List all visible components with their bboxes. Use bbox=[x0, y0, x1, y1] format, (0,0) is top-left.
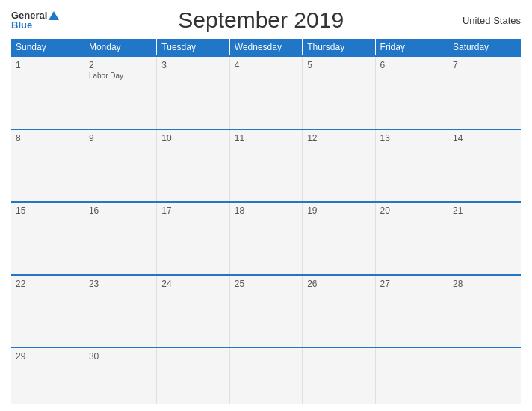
logo-triangle-icon bbox=[49, 11, 59, 20]
day-cell: 12 bbox=[303, 129, 375, 203]
header-thursday: Thursday bbox=[303, 39, 375, 56]
day-cell: 1 bbox=[11, 56, 84, 129]
day-cell: 7 bbox=[448, 56, 521, 129]
week-row-4: 22232425262728 bbox=[11, 275, 521, 348]
day-cell: 25 bbox=[229, 275, 302, 348]
week-row-2: 891011121314 bbox=[11, 129, 521, 203]
day-cell: 13 bbox=[375, 129, 448, 203]
day-cell: 26 bbox=[303, 275, 375, 348]
calendar-header: General Blue September 2019 United State… bbox=[11, 7, 521, 33]
day-cell: 14 bbox=[448, 129, 521, 203]
day-cell: 21 bbox=[448, 202, 521, 275]
day-cell: 20 bbox=[375, 202, 448, 275]
day-number: 18 bbox=[235, 206, 297, 216]
day-number: 29 bbox=[16, 351, 79, 362]
day-cell bbox=[375, 347, 448, 404]
header-friday: Friday bbox=[375, 39, 448, 56]
day-number: 24 bbox=[161, 279, 224, 289]
day-cell: 28 bbox=[448, 275, 521, 348]
day-number: 6 bbox=[380, 60, 443, 70]
day-cell: 15 bbox=[11, 202, 84, 275]
day-cell: 19 bbox=[303, 202, 375, 275]
day-number: 25 bbox=[235, 279, 297, 289]
calendar-container: General Blue September 2019 United State… bbox=[0, 0, 532, 411]
day-number: 30 bbox=[89, 351, 152, 362]
day-cell: 18 bbox=[229, 202, 302, 275]
day-cell: 6 bbox=[375, 56, 448, 129]
holiday-label: Labor Day bbox=[89, 72, 152, 80]
day-cell bbox=[157, 347, 229, 404]
day-number: 2 bbox=[89, 60, 152, 70]
day-cell: 8 bbox=[11, 129, 84, 203]
day-number: 16 bbox=[89, 206, 152, 216]
day-cell: 29 bbox=[11, 347, 84, 404]
day-cell: 9 bbox=[84, 129, 156, 203]
day-cell: 23 bbox=[84, 275, 156, 348]
week-row-3: 15161718192021 bbox=[11, 202, 521, 275]
day-cell: 10 bbox=[157, 129, 229, 203]
day-number: 26 bbox=[307, 279, 370, 289]
day-cell: 30 bbox=[84, 347, 156, 404]
logo: General Blue bbox=[11, 10, 59, 30]
day-cell: 4 bbox=[229, 56, 302, 129]
day-cell: 17 bbox=[157, 202, 229, 275]
day-number: 5 bbox=[307, 60, 370, 70]
day-number: 21 bbox=[453, 206, 516, 216]
calendar-title: September 2019 bbox=[59, 7, 463, 33]
header-monday: Monday bbox=[84, 39, 156, 56]
day-number: 19 bbox=[307, 206, 370, 216]
header-sunday: Sunday bbox=[11, 39, 84, 56]
week-row-1: 12Labor Day34567 bbox=[11, 56, 521, 129]
day-number: 9 bbox=[89, 133, 152, 143]
day-number: 17 bbox=[161, 206, 224, 216]
day-cell: 11 bbox=[229, 129, 302, 203]
day-number: 15 bbox=[16, 206, 79, 216]
calendar-table: Sunday Monday Tuesday Wednesday Thursday… bbox=[11, 39, 521, 404]
day-number: 22 bbox=[16, 279, 79, 289]
day-cell: 16 bbox=[84, 202, 156, 275]
day-cell bbox=[303, 347, 375, 404]
week-row-5: 2930 bbox=[11, 347, 521, 404]
header-saturday: Saturday bbox=[448, 39, 521, 56]
country-label: United States bbox=[463, 15, 521, 26]
day-cell: 24 bbox=[157, 275, 229, 348]
day-number: 27 bbox=[380, 279, 443, 289]
day-cell: 22 bbox=[11, 275, 84, 348]
day-number: 3 bbox=[161, 60, 224, 70]
header-row: Sunday Monday Tuesday Wednesday Thursday… bbox=[11, 39, 521, 56]
day-number: 7 bbox=[453, 60, 516, 70]
day-number: 10 bbox=[161, 133, 224, 143]
day-number: 8 bbox=[16, 133, 79, 143]
day-number: 14 bbox=[453, 133, 516, 143]
day-cell bbox=[448, 347, 521, 404]
day-cell bbox=[229, 347, 302, 404]
day-number: 1 bbox=[16, 60, 79, 70]
day-number: 20 bbox=[380, 206, 443, 216]
header-wednesday: Wednesday bbox=[229, 39, 302, 56]
day-cell: 2Labor Day bbox=[84, 56, 156, 129]
day-number: 4 bbox=[235, 60, 297, 70]
day-number: 23 bbox=[89, 279, 152, 289]
day-cell: 5 bbox=[303, 56, 375, 129]
day-number: 12 bbox=[307, 133, 370, 143]
day-cell: 27 bbox=[375, 275, 448, 348]
day-number: 13 bbox=[380, 133, 443, 143]
day-cell: 3 bbox=[157, 56, 229, 129]
logo-blue-text: Blue bbox=[11, 20, 32, 30]
header-tuesday: Tuesday bbox=[157, 39, 229, 56]
day-number: 28 bbox=[453, 279, 516, 289]
day-number: 11 bbox=[235, 133, 297, 143]
